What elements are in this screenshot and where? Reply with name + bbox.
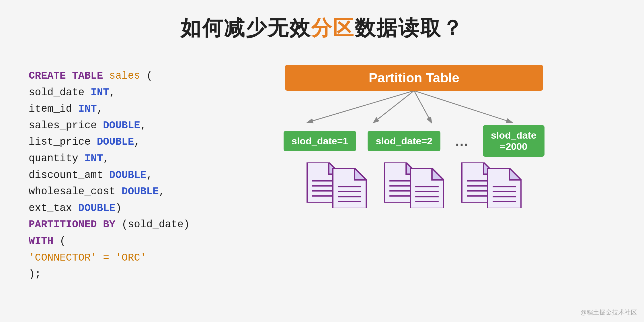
title-highlight: 分区 <box>311 16 355 39</box>
partition-node-2000: slod_date=2000 <box>483 125 545 157</box>
file-icon-3b <box>487 168 522 210</box>
partition-table-box: Partition Table <box>285 65 543 91</box>
code-line: CREATE TABLE sales ( <box>29 68 190 84</box>
title-suffix: 数据读取？ <box>355 16 464 39</box>
svg-marker-35 <box>509 168 521 180</box>
file-icon-1b <box>332 168 367 210</box>
svg-marker-23 <box>432 168 444 180</box>
code-line: 'CONNECTOR' = 'ORC' <box>29 250 190 266</box>
code-line: WITH ( <box>29 233 190 250</box>
code-line: sales_price DOUBLE, <box>29 117 190 134</box>
watermark: @稻土掘金技术社区 <box>580 308 637 317</box>
code-line: ext_tax DOUBLE) <box>29 200 190 217</box>
code-line: discount_amt DOUBLE, <box>29 167 190 184</box>
code-line: item_id INT, <box>29 101 190 117</box>
partitions-row: slod_date=1 slod_date=2 … slod_date=2000 <box>284 125 545 157</box>
file-group-3 <box>461 162 522 210</box>
file-group-1 <box>307 162 367 210</box>
code-line: wholesale_cost DOUBLE, <box>29 183 190 200</box>
code-line: ); <box>29 266 190 283</box>
content-area: CREATE TABLE sales ( sold_date INT, item… <box>0 51 644 283</box>
code-block: CREATE TABLE sales ( sold_date INT, item… <box>29 62 190 283</box>
files-row <box>307 162 522 210</box>
partition-node-1: slod_date=1 <box>284 131 356 151</box>
file-icon-2b <box>410 168 444 210</box>
page-title: 如何减少无效分区数据读取？ <box>0 0 644 51</box>
code-line: sold_date INT, <box>29 84 190 101</box>
svg-marker-11 <box>354 168 366 180</box>
title-prefix: 如何减少无效 <box>180 16 311 39</box>
diagram-area: Partition Table slod_date=1 slod_date=2 … <box>213 62 615 283</box>
svg-line-0 <box>308 91 414 122</box>
code-line: PARTITIONED BY (sold_date) <box>29 216 190 233</box>
ellipsis-node: … <box>452 133 471 149</box>
code-line: list_price DOUBLE, <box>29 134 190 150</box>
svg-line-1 <box>374 91 414 122</box>
code-line: quantity INT, <box>29 150 190 167</box>
file-group-2 <box>384 162 444 210</box>
partition-node-2: slod_date=2 <box>368 131 440 151</box>
tree-lines <box>276 91 552 125</box>
